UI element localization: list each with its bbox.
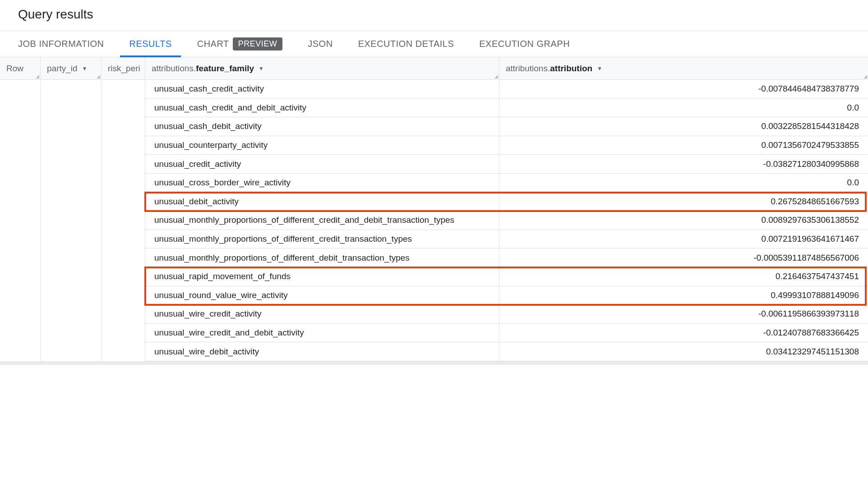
tab-job-information[interactable]: JOB INFORMATION: [18, 31, 104, 57]
table-cell: [0, 80, 41, 99]
attribution-cell: 0.26752848651667593: [499, 193, 868, 211]
table-header-row: Row party_id ▼ risk_peri attributions.fe…: [0, 57, 868, 80]
attribution-cell: 0.0071356702479533855: [499, 136, 868, 155]
preview-badge: PREVIEW: [233, 37, 283, 51]
feature-cell: unusual_wire_credit_and_debit_activity: [145, 324, 499, 343]
feature-cell: unusual_wire_credit_activity: [145, 305, 499, 324]
table-cell: [41, 117, 102, 136]
table-cell: [0, 286, 41, 305]
attribution-cell: -0.0078446484738378779: [499, 80, 868, 99]
attribution-cell: -0.012407887683366425: [499, 324, 868, 343]
table-cell: [102, 230, 145, 249]
table-cell: [102, 99, 145, 118]
attribution-cell: 0.0: [499, 99, 868, 118]
attribution-cell: -0.00053911874856567006: [499, 248, 868, 267]
table-cell: [41, 211, 102, 230]
table-cell: [102, 136, 145, 155]
attribution-column: -0.00784464847383787790.00.0032285281544…: [499, 80, 868, 361]
attribution-cell: 0.0: [499, 174, 868, 193]
column-header-feature-family[interactable]: attributions.feature_family ▼: [145, 57, 499, 79]
row-number-column: [0, 80, 41, 361]
results-header: Query results: [0, 0, 868, 31]
attribution-cell: -0.0061195866393973118: [499, 305, 868, 324]
attribution-cell: 0.034123297451151308: [499, 342, 868, 361]
resize-handle-icon[interactable]: [863, 74, 867, 78]
table-cell: [41, 193, 102, 211]
feature-cell: unusual_cash_credit_and_debit_activity: [145, 99, 499, 118]
attribution-cell: 0.2164637547437451: [499, 267, 868, 286]
table-cell: [102, 174, 145, 193]
column-header-party-id[interactable]: party_id ▼: [41, 57, 102, 79]
tab-chart-label: CHART: [197, 39, 229, 49]
tab-chart[interactable]: CHART PREVIEW: [197, 31, 283, 57]
resize-handle-icon[interactable]: [35, 74, 39, 78]
table-cell: [0, 117, 41, 136]
table-cell: [0, 136, 41, 155]
table-cell: [41, 155, 102, 174]
table-cell: [41, 305, 102, 324]
table-cell: [0, 193, 41, 211]
table-cell: [102, 267, 145, 286]
table-cell: [41, 248, 102, 267]
feature-cell: unusual_rapid_movement_of_funds: [145, 267, 499, 286]
table-cell: [0, 99, 41, 118]
table-cell: [102, 286, 145, 305]
resize-handle-icon[interactable]: [96, 74, 100, 78]
table-cell: [0, 342, 41, 361]
table-cell: [0, 155, 41, 174]
table-cell: [0, 267, 41, 286]
column-header-attribution[interactable]: attributions.attribution ▼: [499, 57, 868, 79]
scrollbar-track[interactable]: [0, 361, 868, 365]
table-cell: [102, 342, 145, 361]
tab-execution-details[interactable]: EXECUTION DETAILS: [358, 31, 454, 57]
feature-cell: unusual_monthly_proportions_of_different…: [145, 248, 499, 267]
feature-cell: unusual_cash_debit_activity: [145, 117, 499, 136]
tab-execution-graph[interactable]: EXECUTION GRAPH: [479, 31, 570, 57]
table-cell: [0, 211, 41, 230]
table-body: unusual_cash_credit_activityunusual_cash…: [0, 80, 868, 361]
table-cell: [41, 230, 102, 249]
table-cell: [102, 155, 145, 174]
attribution-cell: 0.0032285281544318428: [499, 117, 868, 136]
chevron-down-icon[interactable]: ▼: [597, 65, 602, 72]
table-cell: [0, 230, 41, 249]
table-cell: [102, 211, 145, 230]
table-cell: [102, 305, 145, 324]
table-cell: [41, 324, 102, 343]
attribution-cell: -0.038271280340995868: [499, 155, 868, 174]
table-cell: [102, 80, 145, 99]
feature-cell: unusual_monthly_proportions_of_different…: [145, 211, 499, 230]
tabs-container: JOB INFORMATION RESULTS CHART PREVIEW JS…: [0, 31, 868, 57]
chevron-down-icon[interactable]: ▼: [259, 65, 264, 72]
results-table: Row party_id ▼ risk_peri attributions.fe…: [0, 57, 868, 361]
attribution-cell: 0.49993107888149096: [499, 286, 868, 305]
tab-results[interactable]: RESULTS: [129, 31, 171, 57]
risk-peri-column: [102, 80, 145, 361]
resize-handle-icon[interactable]: [494, 74, 498, 78]
feature-cell: unusual_cross_border_wire_activity: [145, 174, 499, 193]
feature-cell: unusual_counterparty_activity: [145, 136, 499, 155]
feature-cell: unusual_round_value_wire_activity: [145, 286, 499, 305]
table-cell: [102, 248, 145, 267]
table-cell: [41, 342, 102, 361]
chevron-down-icon[interactable]: ▼: [82, 65, 88, 72]
tab-json[interactable]: JSON: [308, 31, 332, 57]
feature-cell: unusual_wire_debit_activity: [145, 342, 499, 361]
feature-cell: unusual_debit_activity: [145, 193, 499, 211]
table-cell: [0, 324, 41, 343]
table-cell: [102, 324, 145, 343]
table-cell: [41, 174, 102, 193]
table-cell: [41, 136, 102, 155]
table-cell: [41, 99, 102, 118]
table-cell: [0, 248, 41, 267]
page-title: Query results: [18, 7, 850, 22]
feature-cell: unusual_credit_activity: [145, 155, 499, 174]
feature-family-column: unusual_cash_credit_activityunusual_cash…: [145, 80, 499, 361]
table-cell: [0, 174, 41, 193]
table-cell: [41, 286, 102, 305]
column-header-risk-peri[interactable]: risk_peri: [102, 57, 145, 79]
table-cell: [41, 267, 102, 286]
table-cell: [41, 80, 102, 99]
column-header-row[interactable]: Row: [0, 57, 41, 79]
party-id-column: [41, 80, 102, 361]
